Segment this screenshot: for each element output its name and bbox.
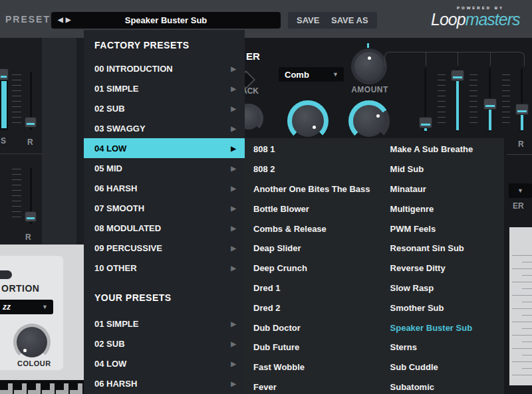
chevron-right-icon: ▶: [231, 165, 236, 172]
chevron-down-icon: ▼: [517, 187, 523, 194]
preset-item-label: Deep Crunch: [253, 263, 307, 273]
category-label: 04 LOW: [94, 359, 126, 369]
submenu-column-1: 808 1 808 2 Another One Bites The Bass B…: [245, 140, 370, 394]
next-preset-button[interactable]: ▶: [66, 16, 74, 23]
tick-scale: [438, 74, 446, 128]
preset-item[interactable]: Mid Sub: [390, 159, 504, 179]
preset-item[interactable]: Dub Future: [253, 338, 370, 357]
preset-category-item[interactable]: 05 MID ▶: [84, 158, 245, 178]
preset-category-item[interactable]: 06 HARSH ▶: [84, 178, 245, 198]
mixer-stem: [458, 52, 458, 66]
toggle-pill[interactable]: [0, 270, 12, 279]
category-label: 00 INTRODUCTION: [94, 64, 173, 74]
mixer-slider-3-handle[interactable]: [483, 98, 497, 110]
preset-item[interactable]: Another One Bites The Bass: [253, 179, 370, 199]
preset-category-item[interactable]: 04 LOW ▶: [84, 138, 245, 158]
preset-category-item[interactable]: 01 SIMPLE ▶: [84, 78, 245, 98]
chevron-right-icon: ▶: [231, 225, 236, 232]
preset-label: PRESET: [5, 14, 51, 25]
prev-preset-button[interactable]: ◀: [58, 16, 66, 23]
mixer-stem: [490, 52, 491, 66]
top-bar: PRESET ◀▶ Speaker Buster Sub SAVE SAVE A…: [0, 0, 532, 38]
divider: [0, 153, 42, 154]
panel-gap-2: [76, 38, 84, 245]
preset-item[interactable]: Sub Cuddle: [390, 357, 504, 377]
preset-item[interactable]: Multigenre: [390, 199, 504, 219]
preset-item[interactable]: Reverse Ditty: [390, 258, 504, 278]
tick-scale: [12, 169, 21, 222]
your-presets-list: 01 SIMPLE ▶ 02 SUB ▶ 04 LOW ▶ 06 HARSH ▶: [84, 314, 245, 393]
preset-category-item[interactable]: 09 PERCUSSIVE ▶: [84, 238, 245, 258]
preset-item[interactable]: Deep Crunch: [253, 258, 370, 278]
category-label: 01 SIMPLE: [94, 84, 138, 94]
preset-item-label: 808 1: [253, 144, 275, 154]
preset-item-label: Multigenre: [390, 204, 434, 214]
preset-item-label: Combs & Release: [253, 224, 327, 234]
piano-black-keys[interactable]: [0, 383, 84, 390]
preset-item-label: Another One Bites The Bass: [253, 184, 370, 194]
preset-category-item[interactable]: 02 SUB ▶: [84, 334, 245, 353]
drive-knob-dot: [313, 126, 316, 129]
preset-menu: FACTORY PRESETS 00 INTRODUCTION ▶ 01 SIM…: [84, 30, 245, 394]
preset-item[interactable]: 808 2: [253, 159, 370, 179]
preset-item[interactable]: Combs & Release: [253, 219, 370, 239]
preset-item[interactable]: Slow Rasp: [390, 278, 504, 298]
colour-knob-dot: [23, 349, 27, 352]
preset-item[interactable]: 808 1: [253, 140, 370, 159]
preset-item-label: Sub Cuddle: [390, 362, 438, 372]
mixer-slider-1-handle[interactable]: [419, 117, 432, 128]
section-title-partial: ER: [246, 50, 260, 62]
preset-category-item[interactable]: 06 HARSH ▶: [84, 373, 245, 393]
distortion-type-dropdown[interactable]: zz ▼: [0, 300, 53, 314]
save-as-button[interactable]: SAVE AS: [323, 12, 377, 29]
category-label: 02 SUB: [94, 339, 125, 349]
category-label: 06 HARSH: [94, 379, 137, 389]
preset-item[interactable]: Bottle Blower: [253, 199, 370, 219]
preset-item[interactable]: Sterns: [390, 338, 504, 357]
preset-item[interactable]: Dred 2: [253, 298, 370, 318]
filter-type-dropdown[interactable]: Comb ▼: [279, 67, 344, 82]
preset-item[interactable]: Fast Wobble: [253, 357, 370, 377]
mixer-slider-4-handle[interactable]: [515, 104, 529, 115]
preset-item[interactable]: Minataur: [390, 179, 504, 199]
preset-item-label: Deap Slider: [253, 243, 301, 253]
preset-category-item[interactable]: 03 SWAGGY ▶: [84, 118, 245, 138]
preset-item-label: Dred 1: [253, 283, 280, 293]
preset-category-item[interactable]: 04 LOW ▶: [84, 353, 245, 373]
preset-category-item[interactable]: 07 SMOOTH ▶: [84, 198, 245, 218]
preset-category-item[interactable]: 10 OTHER ▶: [84, 258, 245, 278]
chevron-right-icon: ▶: [231, 320, 236, 328]
drive-knob[interactable]: [292, 105, 324, 137]
preset-category-item[interactable]: 01 SIMPLE ▶: [84, 314, 245, 334]
category-label: 09 PERCUSSIVE: [94, 243, 162, 253]
preset-item[interactable]: Fever: [253, 377, 370, 394]
preset-item[interactable]: Dub Doctor: [253, 318, 370, 338]
preset-item[interactable]: Smother Sub: [390, 298, 504, 318]
slider-release-2-handle[interactable]: [25, 211, 37, 222]
slider-sustain-fill: [1, 81, 7, 128]
cutoff-knob[interactable]: [353, 105, 385, 137]
colour-knob[interactable]: [17, 327, 47, 357]
preset-item[interactable]: Make A Sub Breathe: [390, 140, 504, 159]
preset-submenu: 808 1 808 2 Another One Bites The Bass B…: [245, 138, 504, 394]
preset-item[interactable]: Subatomic: [390, 377, 504, 394]
slider-label-s: S: [1, 136, 6, 146]
slider-sustain-handle[interactable]: [0, 68, 9, 80]
preset-item[interactable]: Dred 1: [253, 278, 370, 298]
mini-dropdown[interactable]: ▼: [509, 183, 532, 198]
amount-label: AMOUNT: [350, 85, 389, 94]
preset-category-item[interactable]: 00 INTRODUCTION ▶: [84, 58, 245, 78]
mixer-slider-2-handle[interactable]: [451, 70, 464, 81]
preset-category-item[interactable]: 02 SUB ▶: [84, 98, 245, 118]
preset-name-field[interactable]: ◀▶ Speaker Buster Sub: [51, 12, 281, 29]
preset-item-label: Dub Future: [253, 342, 299, 352]
preset-item[interactable]: Resonant Sin Sub: [390, 239, 504, 258]
preset-item[interactable]: PWM Feels: [390, 219, 504, 239]
preset-item[interactable]: Speaker Buster Sub: [390, 318, 504, 338]
preset-category-item[interactable]: 08 MODULATED ▶: [84, 218, 245, 238]
preset-item[interactable]: Deap Slider: [253, 239, 370, 258]
preset-item-label: Make A Sub Breathe: [390, 144, 473, 154]
slider-release-handle[interactable]: [25, 117, 37, 128]
preset-item-label: Dub Doctor: [253, 323, 301, 333]
category-label: 08 MODULATED: [94, 223, 161, 233]
